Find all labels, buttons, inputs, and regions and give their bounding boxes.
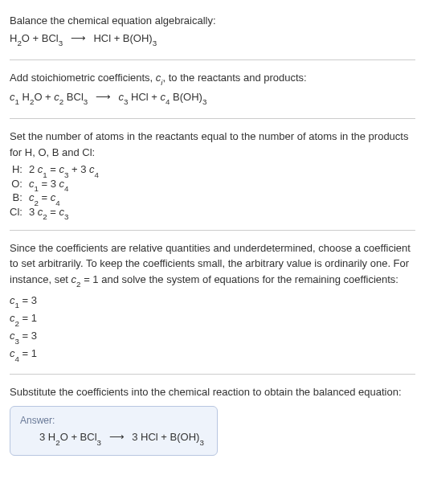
- term: 3 HCl + B(OH): [132, 431, 199, 443]
- step-2: Add stoichiometric coefficients, ci, to …: [10, 64, 415, 115]
- term: O + BCl: [60, 431, 97, 443]
- divider: [10, 59, 415, 60]
- instruction-text: Substitute the coefficients into the che…: [10, 384, 415, 400]
- equation: H2O + BCl3 ⟶ HCl + B(OH)3: [10, 31, 415, 48]
- term: B(OH): [170, 91, 202, 103]
- subscript: 2: [17, 39, 21, 47]
- subscript: 2: [55, 438, 59, 447]
- reaction-arrow-icon: ⟶: [109, 431, 125, 443]
- divider: [10, 230, 415, 231]
- subscript: 3: [84, 97, 88, 106]
- term: HCl +: [128, 91, 160, 103]
- balanced-equation: 3 H2O + BCl3 ⟶ 3 HCl + B(OH)3: [20, 431, 204, 445]
- atom-equation: c2 = c4: [29, 191, 99, 206]
- table-row: B: c2 = c4: [10, 191, 99, 206]
- instruction-text: Balance the chemical equation algebraica…: [10, 13, 415, 29]
- subscript: 4: [166, 97, 170, 106]
- step-3: Set the number of atoms in the reactants…: [10, 122, 415, 226]
- atom-label: Cl:: [10, 206, 29, 220]
- step-4: Since the coefficients are relative quan…: [10, 234, 415, 371]
- subscript: 3: [199, 438, 203, 447]
- subscript: 3: [124, 97, 128, 106]
- subscript: i: [161, 78, 162, 87]
- subscript: 3: [59, 39, 63, 47]
- subscript: 2: [59, 97, 63, 106]
- subscript: 1: [15, 97, 19, 106]
- divider: [10, 374, 415, 375]
- instruction-text: Since the coefficients are relative quan…: [10, 240, 415, 289]
- coefficient-list: c1 = 3 c2 = 1 c3 = 3 c4 = 1: [10, 293, 415, 364]
- atom-label: O:: [10, 178, 29, 192]
- term: H: [19, 91, 30, 103]
- list-item: c2 = 1: [10, 310, 415, 328]
- subscript: 2: [30, 97, 34, 106]
- term: O + BCl: [22, 32, 59, 44]
- subscript: 3: [202, 97, 206, 106]
- term: HCl + B(OH): [93, 32, 152, 44]
- subscript: 3: [97, 438, 101, 447]
- subscript: 3: [153, 39, 157, 47]
- term: O +: [34, 91, 54, 103]
- coef: c: [54, 91, 59, 103]
- answer-box: Answer: 3 H2O + BCl3 ⟶ 3 HCl + B(OH)3: [10, 406, 218, 456]
- table-row: Cl: 3 c2 = c3: [10, 206, 99, 220]
- term: H: [10, 32, 17, 44]
- reaction-arrow-icon: ⟶: [71, 31, 86, 47]
- atom-label: B:: [10, 191, 29, 206]
- instruction-text: Set the number of atoms in the reactants…: [10, 129, 415, 160]
- term: 3 H: [39, 431, 55, 443]
- step-1: Balance the chemical equation algebraica…: [10, 6, 415, 56]
- list-item: c1 = 3: [10, 293, 415, 310]
- divider: [10, 118, 415, 119]
- reaction-arrow-icon: ⟶: [96, 89, 111, 105]
- atom-balance-table: H: 2 c1 = c3 + 3 c4 O: c1 = 3 c4 B: c2 =…: [10, 163, 99, 219]
- term: BCl: [63, 91, 84, 103]
- coef: c: [10, 91, 15, 103]
- step-5: Substitute the coefficients into the che…: [10, 378, 415, 462]
- table-row: O: c1 = 3 c4: [10, 178, 99, 192]
- subscript: 2: [76, 280, 80, 289]
- atom-equation: c1 = 3 c4: [29, 178, 99, 192]
- instruction-text: Add stoichiometric coefficients, ci, to …: [10, 70, 415, 88]
- atom-label: H:: [10, 163, 29, 178]
- atom-equation: 3 c2 = c3: [29, 206, 99, 220]
- equation: c1 H2O + c2 BCl3 ⟶ c3 HCl + c4 B(OH)3: [10, 89, 415, 107]
- answer-label: Answer:: [20, 415, 204, 426]
- table-row: H: 2 c1 = c3 + 3 c4: [10, 163, 99, 178]
- list-item: c4 = 1: [10, 346, 415, 363]
- atom-equation: 2 c1 = c3 + 3 c4: [29, 163, 99, 178]
- list-item: c3 = 3: [10, 328, 415, 346]
